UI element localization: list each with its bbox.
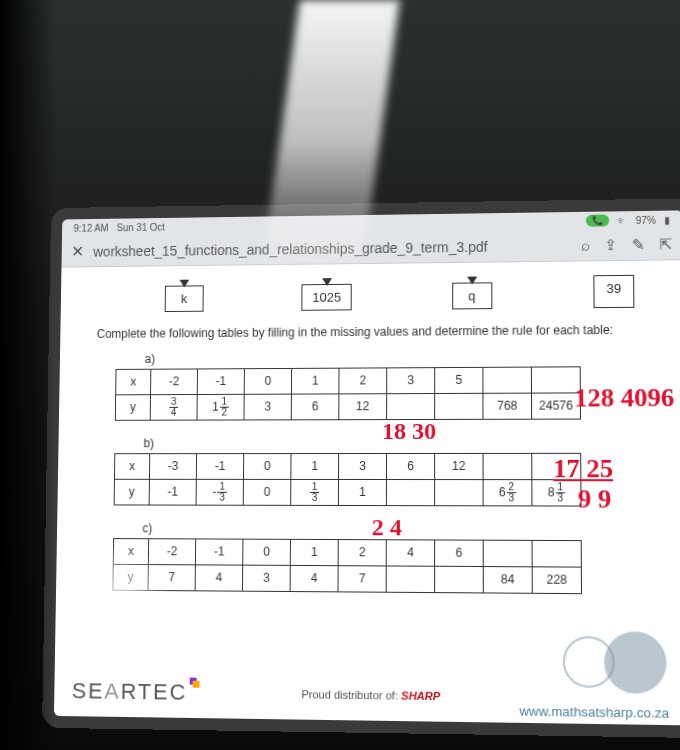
label-c: c) xyxy=(142,521,667,537)
tablet-device: 9:12 AM Sun 31 Oct 📞 ᯤ 97% ▮ ✕ worksheet… xyxy=(42,198,680,737)
box-q: q xyxy=(452,282,492,309)
label-a: a) xyxy=(145,348,666,365)
edit-icon[interactable]: ✎ xyxy=(632,235,645,253)
table-b: x -3-10 136 12 y -1 -13 0 13 1 623 813 xyxy=(114,453,582,507)
status-date: Sun 31 Oct xyxy=(117,221,165,232)
wifi-icon: ᯤ xyxy=(617,215,627,226)
distributor-text: Proud distributor of: SHARP xyxy=(301,688,440,702)
open-external-icon[interactable]: ⇱ xyxy=(659,235,672,253)
seartec-logo: SEARTEC xyxy=(72,678,200,706)
box-k: k xyxy=(165,285,204,312)
box-1025: 1025 xyxy=(302,284,352,311)
logo-dot-icon xyxy=(189,678,200,689)
table-c: x -2-10 124 6 y 743 47 84228 xyxy=(112,538,582,594)
table-a: x -2-10 123 5 y 34 112 3612 76824576 xyxy=(115,366,581,420)
handwriting-b-mid: 9 9 xyxy=(578,484,612,515)
battery-icon: ▮ xyxy=(664,214,670,225)
phone-icon: 📞 xyxy=(586,214,609,226)
table-row: x -2-10 124 6 xyxy=(113,538,581,567)
table-row: x -2-10 123 5 xyxy=(116,367,581,395)
circle-graphic xyxy=(563,636,615,688)
website-url: www.mathsatsharp.co.za xyxy=(519,703,669,721)
share-icon[interactable]: ⇪ xyxy=(604,236,617,254)
table-row: y -1 -13 0 13 1 623 813 xyxy=(114,479,581,506)
close-icon[interactable]: ✕ xyxy=(71,242,84,260)
battery-percent: 97% xyxy=(636,214,657,225)
handwriting-a-top: 128 4096 xyxy=(574,383,674,414)
table-row: x -3-10 136 12 xyxy=(114,453,580,479)
tablet-screen: 9:12 AM Sun 31 Oct 📞 ᯤ 97% ▮ ✕ worksheet… xyxy=(54,210,680,725)
status-time: 9:12 AM xyxy=(73,222,108,233)
instruction-text: Complete the following tables by filling… xyxy=(97,322,666,343)
top-answer-boxes: k 1025 q 39 xyxy=(165,275,635,312)
document-page[interactable]: k 1025 q 39 Complete the following table… xyxy=(54,260,680,725)
search-icon[interactable]: ⌕ xyxy=(581,236,590,254)
document-title: worksheet_15_functions_and_relationships… xyxy=(93,237,571,259)
table-row: y 34 112 3612 76824576 xyxy=(115,393,580,420)
label-b: b) xyxy=(144,435,667,450)
box-39: 39 xyxy=(593,275,634,308)
table-row: y 743 47 84228 xyxy=(113,564,582,593)
